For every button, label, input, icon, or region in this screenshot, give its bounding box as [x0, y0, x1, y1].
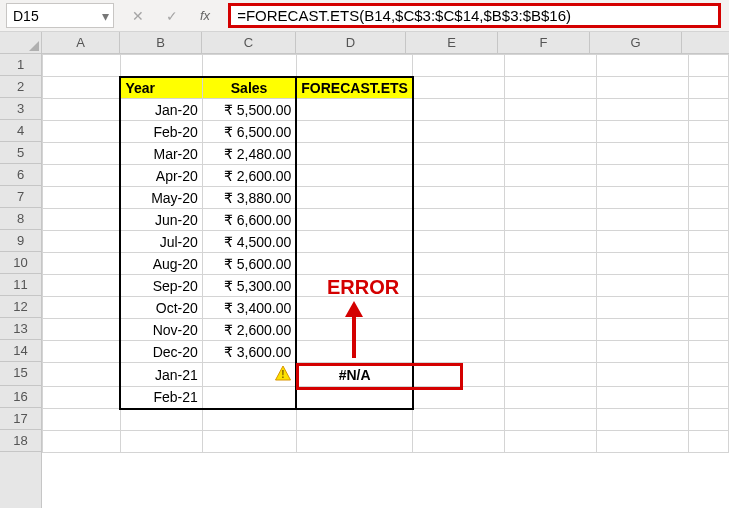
col-header-A[interactable]: A — [42, 32, 120, 53]
row-header[interactable]: 4 — [0, 120, 41, 142]
cell-year[interactable]: Feb-21 — [120, 387, 202, 409]
row-header[interactable]: 9 — [0, 230, 41, 252]
formula-bar[interactable]: =FORECAST.ETS(B14,$C$3:$C$14,$B$3:$B$16) — [228, 3, 721, 28]
col-header-F[interactable]: F — [498, 32, 590, 53]
row-header[interactable]: 16 — [0, 386, 41, 408]
cell-year[interactable]: Nov-20 — [120, 319, 202, 341]
cell-sales[interactable]: ₹ 3,880.00 — [202, 187, 296, 209]
row-header[interactable]: 11 — [0, 274, 41, 296]
row-header[interactable]: 14 — [0, 340, 41, 362]
row-header[interactable]: 3 — [0, 98, 41, 120]
formula-bar-value: =FORECAST.ETS(B14,$C$3:$C$14,$B$3:$B$16) — [237, 7, 571, 24]
cell-sales[interactable]: ₹ 5,600.00 — [202, 253, 296, 275]
row-header[interactable]: 8 — [0, 208, 41, 230]
formula-bar-row: ▾ ✕ ✓ fx =FORECAST.ETS(B14,$C$3:$C$14,$B… — [0, 0, 729, 32]
row-header[interactable]: 7 — [0, 186, 41, 208]
cell-year[interactable]: May-20 — [120, 187, 202, 209]
cell-year[interactable]: Jan-20 — [120, 99, 202, 121]
cancel-icon[interactable]: ✕ — [132, 8, 144, 24]
col-header-B[interactable]: B — [120, 32, 202, 53]
row-header[interactable]: 13 — [0, 318, 41, 340]
row-header[interactable]: 18 — [0, 430, 41, 452]
cell-year[interactable]: Sep-20 — [120, 275, 202, 297]
cell-year[interactable]: Apr-20 — [120, 165, 202, 187]
cell-sales[interactable]: ₹ 4,500.00 — [202, 231, 296, 253]
col-header-C[interactable]: C — [202, 32, 296, 53]
confirm-icon[interactable]: ✓ — [166, 8, 178, 24]
cell-year[interactable]: Jun-20 — [120, 209, 202, 231]
row-header[interactable]: 10 — [0, 252, 41, 274]
cell-sales[interactable]: ₹ 5,300.00 — [202, 275, 296, 297]
row-header[interactable]: 12 — [0, 296, 41, 318]
cell-sales[interactable]: ₹ 3,600.00 — [202, 341, 296, 363]
cell-year[interactable]: Feb-20 — [120, 121, 202, 143]
cell-year[interactable]: Mar-20 — [120, 143, 202, 165]
cell-sales[interactable] — [202, 387, 296, 409]
column-headers: A B C D E F G — [0, 32, 729, 54]
cells-area[interactable]: Year Sales FORECAST.ETS Jan-20₹ 5,500.00… — [42, 54, 729, 508]
row-header[interactable]: 6 — [0, 164, 41, 186]
cell-year[interactable]: Jul-20 — [120, 231, 202, 253]
col-header-E[interactable]: E — [406, 32, 498, 53]
cell-sales[interactable]: ₹ 5,500.00 — [202, 99, 296, 121]
row-header[interactable]: 1 — [0, 54, 41, 76]
error-value-text: #N/A — [339, 367, 371, 383]
col-header-G[interactable]: G — [590, 32, 682, 53]
cell-sales[interactable]: ₹ 2,480.00 — [202, 143, 296, 165]
warning-icon[interactable]: ! — [275, 365, 291, 381]
cell-year[interactable]: Aug-20 — [120, 253, 202, 275]
header-year[interactable]: Year — [120, 77, 202, 99]
cell-sales[interactable]: ₹ 2,600.00 — [202, 319, 296, 341]
row-headers: 1 2 3 4 5 6 7 8 9 10 11 12 13 14 15 16 1… — [0, 54, 42, 508]
chevron-down-icon[interactable]: ▾ — [102, 8, 109, 24]
formula-bar-icons: ✕ ✓ fx — [114, 3, 228, 28]
row-header[interactable]: 15 — [0, 362, 41, 386]
name-box-input[interactable] — [7, 6, 79, 26]
fx-icon[interactable]: fx — [200, 8, 210, 23]
select-all-corner[interactable] — [0, 32, 42, 53]
cell-error-value[interactable]: #N/A — [296, 363, 413, 387]
cell-sales-warning[interactable]: ! — [202, 363, 296, 387]
cell-sales[interactable]: ₹ 6,500.00 — [202, 121, 296, 143]
header-forecast[interactable]: FORECAST.ETS — [296, 77, 413, 99]
cell-sales[interactable]: ₹ 6,600.00 — [202, 209, 296, 231]
row-header[interactable]: 17 — [0, 408, 41, 430]
header-sales[interactable]: Sales — [202, 77, 296, 99]
name-box[interactable]: ▾ — [6, 3, 114, 28]
row-header[interactable]: 5 — [0, 142, 41, 164]
cell-sales[interactable]: ₹ 2,600.00 — [202, 165, 296, 187]
cell-year[interactable]: Jan-21 — [120, 363, 202, 387]
row-header[interactable]: 2 — [0, 76, 41, 98]
cell-year[interactable]: Dec-20 — [120, 341, 202, 363]
cell-sales[interactable]: ₹ 3,400.00 — [202, 297, 296, 319]
cell-year[interactable]: Oct-20 — [120, 297, 202, 319]
svg-text:!: ! — [282, 369, 285, 380]
col-header-D[interactable]: D — [296, 32, 406, 53]
